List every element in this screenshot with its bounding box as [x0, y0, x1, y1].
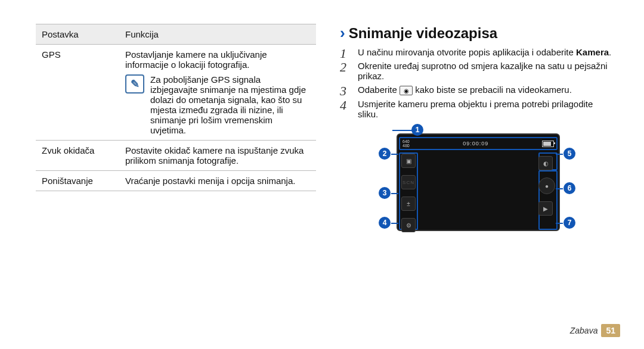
page-footer: Zabava 51 — [570, 324, 620, 337]
note-icon: ✎ — [125, 74, 144, 94]
col-header-setting: Postavka — [36, 24, 119, 45]
status-bar: 640 480 09:00:09 — [399, 137, 558, 150]
col-header-function: Funkcija — [119, 24, 316, 45]
scn-icon: SCN — [401, 175, 416, 189]
setting-gps: GPS — [36, 45, 119, 141]
gallery-icon: ▶ — [538, 201, 553, 216]
camcorder-icon: ▣ — [401, 154, 416, 168]
table-row: GPS Postavljanje kamere na uključivanje … — [36, 45, 316, 141]
page-number: 51 — [601, 324, 620, 337]
section-label: Zabava — [570, 326, 598, 335]
step-1: U načinu mirovanja otvorite popis aplika… — [340, 47, 614, 57]
callout-7: 7 — [564, 217, 575, 229]
table-row: Zvuk okidača Postavite okidač kamere na … — [36, 141, 316, 171]
record-button-icon: ● — [538, 177, 555, 194]
chevron-right-icon: › — [340, 24, 345, 42]
battery-icon — [542, 141, 554, 147]
callout-3: 3 — [379, 187, 391, 199]
settings-icon: ⚙ — [401, 218, 416, 232]
ev-icon: ± — [401, 197, 416, 211]
camera-screen: 640 480 09:00:09 ▣ SCN ± — [397, 133, 560, 231]
camera-diagram: 640 480 09:00:09 ▣ SCN ± — [340, 127, 614, 244]
table-row: Poništavanje Vraćanje postavki menija i … — [36, 171, 316, 191]
setting-reset: Poništavanje — [36, 171, 119, 191]
camera-icon: ◉ — [400, 86, 413, 95]
steps-list: U načinu mirovanja otvorite popis aplika… — [340, 47, 614, 119]
note-text: Za poboljšanje GPS signala izbjegavajte … — [150, 74, 310, 135]
setting-reset-desc: Vraćanje postavki menija i opcija sniman… — [119, 171, 316, 191]
callout-2: 2 — [379, 148, 391, 160]
callout-5: 5 — [564, 148, 575, 160]
right-rail: ◐ ● ▶ — [538, 156, 555, 216]
step-3: Odaberite ◉ kako biste se prebacili na v… — [340, 85, 614, 95]
callout-6: 6 — [564, 182, 575, 194]
record-timer: 09:00:09 — [463, 141, 488, 147]
setting-gps-desc: Postavljanje kamere na uključivanje info… — [119, 45, 316, 141]
section-title: › Snimanje videozapisa — [340, 24, 614, 42]
kamera-label: Kamera — [576, 47, 609, 57]
step-4: Usmjerite kameru prema objektu i prema p… — [340, 99, 614, 119]
callout-4: 4 — [379, 217, 391, 229]
step-2: Okrenite uređaj suprotno od smjera kazal… — [340, 61, 614, 81]
note-block: ✎ Za poboljšanje GPS signala izbjegavajt… — [125, 74, 310, 135]
setting-shutter-sound: Zvuk okidača — [36, 141, 119, 171]
mode-switch-icon: ◐ — [538, 156, 553, 170]
settings-table: Postavka Funkcija GPS Postavljanje kamer… — [36, 24, 316, 191]
left-rail: ▣ SCN ± ⚙ — [401, 154, 416, 232]
resolution-indicator: 640 480 — [402, 139, 410, 148]
setting-shutter-sound-desc: Postavite okidač kamere na ispuštanje zv… — [119, 141, 316, 171]
